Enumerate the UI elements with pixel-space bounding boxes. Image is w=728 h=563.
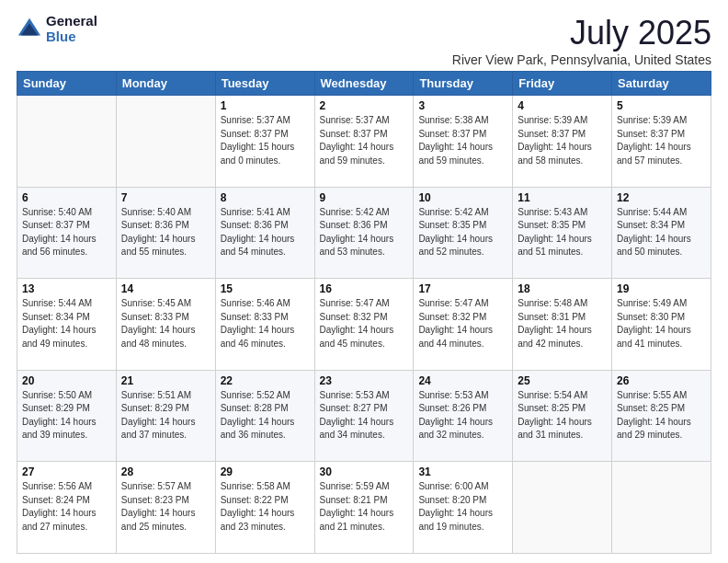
calendar-week-row: 1Sunrise: 5:37 AM Sunset: 8:37 PM Daylig… bbox=[17, 96, 711, 188]
table-row: 20Sunrise: 5:50 AM Sunset: 8:29 PM Dayli… bbox=[17, 370, 117, 462]
logo-blue: Blue bbox=[46, 29, 97, 45]
col-thursday: Thursday bbox=[414, 72, 513, 96]
day-number: 28 bbox=[121, 465, 210, 478]
calendar-week-row: 27Sunrise: 5:56 AM Sunset: 8:24 PM Dayli… bbox=[17, 462, 711, 554]
day-detail: Sunrise: 5:43 AM Sunset: 8:35 PM Dayligh… bbox=[518, 206, 607, 259]
col-friday: Friday bbox=[513, 72, 612, 96]
table-row: 13Sunrise: 5:44 AM Sunset: 8:34 PM Dayli… bbox=[17, 279, 117, 371]
day-detail: Sunrise: 5:48 AM Sunset: 8:31 PM Dayligh… bbox=[518, 297, 607, 350]
table-row: 2Sunrise: 5:37 AM Sunset: 8:37 PM Daylig… bbox=[314, 96, 414, 188]
day-number: 12 bbox=[617, 191, 706, 204]
day-detail: Sunrise: 5:55 AM Sunset: 8:25 PM Dayligh… bbox=[617, 389, 706, 442]
logo: General Blue bbox=[17, 14, 97, 44]
table-row: 15Sunrise: 5:46 AM Sunset: 8:33 PM Dayli… bbox=[215, 279, 314, 371]
day-number: 13 bbox=[22, 282, 111, 295]
day-number: 5 bbox=[617, 99, 706, 112]
day-detail: Sunrise: 6:00 AM Sunset: 8:20 PM Dayligh… bbox=[418, 480, 507, 534]
day-detail: Sunrise: 5:53 AM Sunset: 8:27 PM Dayligh… bbox=[320, 389, 409, 442]
table-row: 6Sunrise: 5:40 AM Sunset: 8:37 PM Daylig… bbox=[17, 187, 117, 279]
day-number: 19 bbox=[617, 282, 706, 295]
day-detail: Sunrise: 5:42 AM Sunset: 8:35 PM Dayligh… bbox=[418, 206, 507, 259]
table-row bbox=[513, 462, 612, 554]
day-detail: Sunrise: 5:37 AM Sunset: 8:37 PM Dayligh… bbox=[221, 114, 310, 167]
day-number: 24 bbox=[418, 374, 507, 387]
day-detail: Sunrise: 5:42 AM Sunset: 8:36 PM Dayligh… bbox=[320, 206, 409, 259]
day-detail: Sunrise: 5:38 AM Sunset: 8:37 PM Dayligh… bbox=[418, 114, 507, 167]
day-detail: Sunrise: 5:56 AM Sunset: 8:24 PM Dayligh… bbox=[22, 480, 111, 534]
day-number: 14 bbox=[121, 282, 210, 295]
day-number: 17 bbox=[418, 282, 507, 295]
calendar-week-row: 20Sunrise: 5:50 AM Sunset: 8:29 PM Dayli… bbox=[17, 370, 711, 462]
table-row bbox=[116, 96, 215, 188]
col-sunday: Sunday bbox=[17, 72, 117, 96]
day-detail: Sunrise: 5:58 AM Sunset: 8:22 PM Dayligh… bbox=[221, 480, 310, 534]
day-number: 6 bbox=[22, 191, 111, 204]
main-title: July 2025 bbox=[452, 14, 711, 52]
col-tuesday: Tuesday bbox=[215, 72, 314, 96]
day-detail: Sunrise: 5:47 AM Sunset: 8:32 PM Dayligh… bbox=[320, 297, 409, 350]
table-row bbox=[17, 96, 117, 188]
day-detail: Sunrise: 5:40 AM Sunset: 8:36 PM Dayligh… bbox=[121, 206, 210, 259]
day-detail: Sunrise: 5:44 AM Sunset: 8:34 PM Dayligh… bbox=[617, 206, 706, 259]
logo-general: General bbox=[46, 14, 97, 29]
header: General Blue July 2025 River View Park, … bbox=[17, 14, 711, 67]
table-row: 30Sunrise: 5:59 AM Sunset: 8:21 PM Dayli… bbox=[314, 462, 414, 554]
table-row: 22Sunrise: 5:52 AM Sunset: 8:28 PM Dayli… bbox=[215, 370, 314, 462]
day-detail: Sunrise: 5:40 AM Sunset: 8:37 PM Dayligh… bbox=[22, 206, 111, 259]
day-detail: Sunrise: 5:54 AM Sunset: 8:25 PM Dayligh… bbox=[518, 389, 607, 442]
day-number: 18 bbox=[518, 282, 607, 295]
day-detail: Sunrise: 5:37 AM Sunset: 8:37 PM Dayligh… bbox=[320, 114, 409, 167]
table-row: 10Sunrise: 5:42 AM Sunset: 8:35 PM Dayli… bbox=[414, 187, 513, 279]
day-number: 26 bbox=[617, 374, 706, 387]
table-row: 3Sunrise: 5:38 AM Sunset: 8:37 PM Daylig… bbox=[414, 96, 513, 188]
calendar-table: Sunday Monday Tuesday Wednesday Thursday… bbox=[17, 71, 711, 554]
table-row: 5Sunrise: 5:39 AM Sunset: 8:37 PM Daylig… bbox=[612, 96, 711, 188]
day-detail: Sunrise: 5:53 AM Sunset: 8:26 PM Dayligh… bbox=[418, 389, 507, 442]
day-number: 8 bbox=[221, 191, 310, 204]
day-number: 1 bbox=[221, 99, 310, 112]
title-block: July 2025 River View Park, Pennsylvania,… bbox=[452, 14, 711, 67]
table-row: 17Sunrise: 5:47 AM Sunset: 8:32 PM Dayli… bbox=[414, 279, 513, 371]
day-detail: Sunrise: 5:52 AM Sunset: 8:28 PM Dayligh… bbox=[221, 389, 310, 442]
calendar-header-row: Sunday Monday Tuesday Wednesday Thursday… bbox=[17, 72, 711, 96]
day-detail: Sunrise: 5:41 AM Sunset: 8:36 PM Dayligh… bbox=[221, 206, 310, 259]
table-row: 25Sunrise: 5:54 AM Sunset: 8:25 PM Dayli… bbox=[513, 370, 612, 462]
day-number: 2 bbox=[320, 99, 409, 112]
day-number: 4 bbox=[518, 99, 607, 112]
subtitle: River View Park, Pennsylvania, United St… bbox=[452, 52, 711, 67]
table-row: 21Sunrise: 5:51 AM Sunset: 8:29 PM Dayli… bbox=[116, 370, 215, 462]
day-detail: Sunrise: 5:51 AM Sunset: 8:29 PM Dayligh… bbox=[121, 389, 210, 442]
table-row: 29Sunrise: 5:58 AM Sunset: 8:22 PM Dayli… bbox=[215, 462, 314, 554]
col-saturday: Saturday bbox=[612, 72, 711, 96]
day-detail: Sunrise: 5:44 AM Sunset: 8:34 PM Dayligh… bbox=[22, 297, 111, 350]
day-detail: Sunrise: 5:46 AM Sunset: 8:33 PM Dayligh… bbox=[221, 297, 310, 350]
day-detail: Sunrise: 5:59 AM Sunset: 8:21 PM Dayligh… bbox=[320, 480, 409, 534]
day-number: 3 bbox=[418, 99, 507, 112]
day-number: 22 bbox=[221, 374, 310, 387]
day-number: 20 bbox=[22, 374, 111, 387]
logo-icon bbox=[17, 17, 42, 42]
table-row: 19Sunrise: 5:49 AM Sunset: 8:30 PM Dayli… bbox=[612, 279, 711, 371]
table-row: 11Sunrise: 5:43 AM Sunset: 8:35 PM Dayli… bbox=[513, 187, 612, 279]
day-number: 7 bbox=[121, 191, 210, 204]
table-row: 7Sunrise: 5:40 AM Sunset: 8:36 PM Daylig… bbox=[116, 187, 215, 279]
day-number: 9 bbox=[320, 191, 409, 204]
table-row: 23Sunrise: 5:53 AM Sunset: 8:27 PM Dayli… bbox=[314, 370, 414, 462]
table-row: 12Sunrise: 5:44 AM Sunset: 8:34 PM Dayli… bbox=[612, 187, 711, 279]
day-detail: Sunrise: 5:57 AM Sunset: 8:23 PM Dayligh… bbox=[121, 480, 210, 534]
day-number: 10 bbox=[418, 191, 507, 204]
day-number: 27 bbox=[22, 465, 111, 478]
table-row: 26Sunrise: 5:55 AM Sunset: 8:25 PM Dayli… bbox=[612, 370, 711, 462]
col-wednesday: Wednesday bbox=[314, 72, 414, 96]
col-monday: Monday bbox=[116, 72, 215, 96]
day-number: 11 bbox=[518, 191, 607, 204]
day-number: 29 bbox=[221, 465, 310, 478]
day-number: 23 bbox=[320, 374, 409, 387]
logo-text: General Blue bbox=[46, 14, 97, 44]
table-row: 9Sunrise: 5:42 AM Sunset: 8:36 PM Daylig… bbox=[314, 187, 414, 279]
table-row: 27Sunrise: 5:56 AM Sunset: 8:24 PM Dayli… bbox=[17, 462, 117, 554]
day-detail: Sunrise: 5:49 AM Sunset: 8:30 PM Dayligh… bbox=[617, 297, 706, 350]
day-detail: Sunrise: 5:39 AM Sunset: 8:37 PM Dayligh… bbox=[617, 114, 706, 167]
calendar-week-row: 6Sunrise: 5:40 AM Sunset: 8:37 PM Daylig… bbox=[17, 187, 711, 279]
table-row: 18Sunrise: 5:48 AM Sunset: 8:31 PM Dayli… bbox=[513, 279, 612, 371]
